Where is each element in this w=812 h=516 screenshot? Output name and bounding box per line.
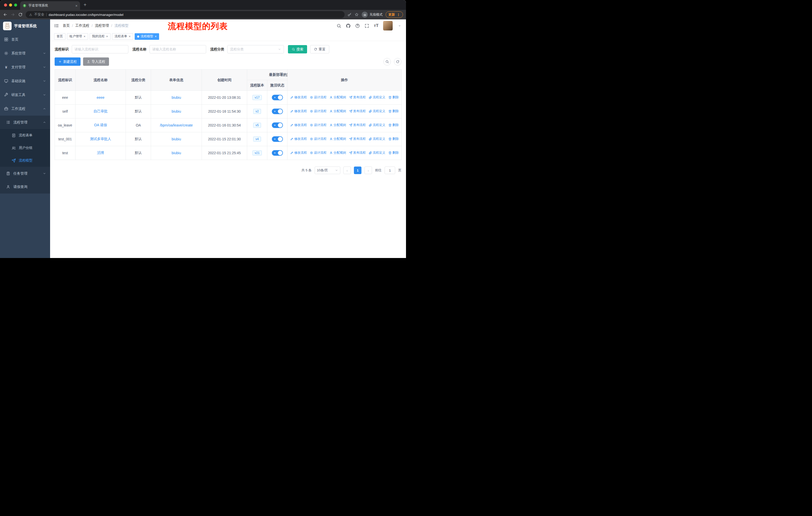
action-edit-process[interactable]: 修改流程 <box>290 151 307 155</box>
form-info-link[interactable]: biubiu <box>172 137 181 141</box>
create-process-button[interactable]: 新建流程 <box>55 57 81 66</box>
sidebar-item-dev-tools[interactable]: 研发工具 <box>0 88 50 102</box>
action-delete[interactable]: 删除 <box>388 123 399 127</box>
action-process-definition[interactable]: 流程定义 <box>369 95 385 100</box>
sidebar-item-user-group[interactable]: 用户分组 <box>0 142 50 154</box>
category-select[interactable]: 流程分类 <box>227 45 284 53</box>
close-icon[interactable]: × <box>155 34 157 38</box>
active-toggle[interactable] <box>272 109 283 114</box>
form-info-link[interactable]: biubiu <box>172 151 181 155</box>
password-key-icon[interactable] <box>348 12 352 17</box>
new-tab-button[interactable]: + <box>84 2 87 8</box>
refresh-table-button[interactable] <box>394 58 402 65</box>
sidebar-item-task-mgmt[interactable]: 任务管理 <box>0 167 50 180</box>
view-tab-home[interactable]: 首页 <box>54 33 65 40</box>
sidebar-item-system-mgmt[interactable]: 系统管理 <box>0 46 50 60</box>
active-toggle[interactable] <box>272 136 283 142</box>
sidebar-item-process-mgmt[interactable]: 流程管理 <box>0 116 50 129</box>
process-name-link[interactable]: eeee <box>97 96 105 100</box>
form-info-link[interactable]: biubiu <box>172 96 181 100</box>
help-icon[interactable] <box>355 23 360 28</box>
sidebar-item-leave-query[interactable]: 请假查询 <box>0 180 50 193</box>
app-logo[interactable]: 芋道管理系统 <box>0 19 50 32</box>
header-search-icon[interactable] <box>337 23 341 28</box>
action-design-process[interactable]: 设计流程 <box>310 137 326 141</box>
font-size-icon[interactable]: тT <box>374 23 379 28</box>
import-process-button[interactable]: 导入流程 <box>83 57 109 66</box>
tab-close-icon[interactable]: × <box>75 3 78 8</box>
action-delete[interactable]: 删除 <box>388 137 399 141</box>
minimize-window-button[interactable] <box>9 3 12 6</box>
action-edit-process[interactable]: 修改流程 <box>290 95 307 100</box>
action-assign-rules[interactable]: 分配规则 <box>329 109 346 113</box>
user-avatar[interactable] <box>383 21 393 30</box>
url-text[interactable]: dashboard.yudao.iocoder.cn/bpm/manager/m… <box>49 13 123 17</box>
action-design-process[interactable]: 设计流程 <box>310 123 326 127</box>
github-icon[interactable] <box>346 23 351 28</box>
action-publish-process[interactable]: 发布流程 <box>349 151 366 155</box>
action-design-process[interactable]: 设计流程 <box>310 151 326 155</box>
active-toggle[interactable] <box>272 123 283 128</box>
back-icon[interactable] <box>3 12 7 17</box>
forward-icon[interactable] <box>10 12 15 17</box>
sidebar-item-process-model[interactable]: 流程模型 <box>0 154 50 167</box>
action-delete[interactable]: 删除 <box>388 95 399 100</box>
sidebar-item-payment-mgmt[interactable]: ¥ 支付管理 <box>0 60 50 74</box>
action-assign-rules[interactable]: 分配规则 <box>329 151 346 155</box>
reset-button[interactable]: 重置 <box>310 45 329 53</box>
process-name-link[interactable]: 测试多审批人 <box>90 137 111 141</box>
action-edit-process[interactable]: 修改流程 <box>290 109 307 113</box>
breadcrumb-process-mgmt[interactable]: 流程管理 <box>95 23 109 28</box>
close-window-button[interactable] <box>4 3 7 6</box>
action-edit-process[interactable]: 修改流程 <box>290 137 307 141</box>
security-label[interactable]: 不安全 <box>34 12 45 17</box>
action-publish-process[interactable]: 发布流程 <box>349 109 366 113</box>
action-process-definition[interactable]: 流程定义 <box>369 109 385 113</box>
active-toggle[interactable] <box>272 150 283 156</box>
action-edit-process[interactable]: 修改流程 <box>290 123 307 127</box>
update-button[interactable]: 更新 ⋮ <box>386 11 403 18</box>
action-process-definition[interactable]: 流程定义 <box>369 123 385 127</box>
next-page-button[interactable]: › <box>365 166 372 174</box>
close-icon[interactable]: × <box>84 34 86 38</box>
sidebar-item-process-form[interactable]: 流程表单 <box>0 129 50 142</box>
search-button[interactable]: 搜索 <box>288 45 307 53</box>
breadcrumb-home[interactable]: 首页 <box>63 23 70 28</box>
process-name-input[interactable] <box>149 45 206 53</box>
sidebar-item-infrastructure[interactable]: 基础设施 <box>0 74 50 88</box>
sidebar-item-home[interactable]: 首页 <box>0 32 50 46</box>
action-assign-rules[interactable]: 分配规则 <box>329 95 346 100</box>
process-name-link[interactable]: OA 请假 <box>94 123 107 127</box>
process-name-link[interactable]: 自己审批 <box>94 109 108 113</box>
action-design-process[interactable]: 设计流程 <box>310 95 326 100</box>
action-delete[interactable]: 删除 <box>388 109 399 113</box>
form-info-link[interactable]: biubiu <box>172 109 181 113</box>
process-key-input[interactable] <box>72 45 128 53</box>
close-icon[interactable]: × <box>128 34 130 38</box>
action-process-definition[interactable]: 流程定义 <box>369 151 385 155</box>
browser-tab[interactable]: 芋道管理系统 × <box>20 1 80 10</box>
action-design-process[interactable]: 设计流程 <box>310 109 326 113</box>
action-assign-rules[interactable]: 分配规则 <box>329 137 346 141</box>
view-tab-process-model[interactable]: 流程模型× <box>135 33 159 40</box>
reload-icon[interactable] <box>18 12 23 17</box>
breadcrumb-workflow[interactable]: 工作流程 <box>75 23 89 28</box>
close-icon[interactable]: × <box>106 34 108 38</box>
action-assign-rules[interactable]: 分配规则 <box>329 123 346 127</box>
zoom-window-button[interactable] <box>14 3 17 6</box>
toggle-search-button[interactable] <box>383 58 391 65</box>
action-publish-process[interactable]: 发布流程 <box>349 95 366 100</box>
goto-page-input[interactable] <box>385 166 395 174</box>
form-info-link[interactable]: /bpm/oa/leave/create <box>160 123 193 127</box>
view-tab-tenant[interactable]: 租户管理× <box>67 33 88 40</box>
address-bar[interactable]: ⚠ 不安全 dashboard.yudao.iocoder.cn/bpm/man… <box>26 11 345 18</box>
action-delete[interactable]: 删除 <box>388 151 399 155</box>
avatar-caret-icon[interactable] <box>397 23 402 28</box>
action-process-definition[interactable]: 流程定义 <box>369 137 385 141</box>
view-tab-my-process[interactable]: 我的流程× <box>90 33 111 40</box>
prev-page-button[interactable]: ‹ <box>343 166 351 174</box>
action-publish-process[interactable]: 发布流程 <box>349 137 366 141</box>
sidebar-item-workflow[interactable]: 工作流程 <box>0 102 50 116</box>
fullscreen-icon[interactable] <box>365 23 369 28</box>
sidebar-collapse-icon[interactable] <box>54 23 59 28</box>
